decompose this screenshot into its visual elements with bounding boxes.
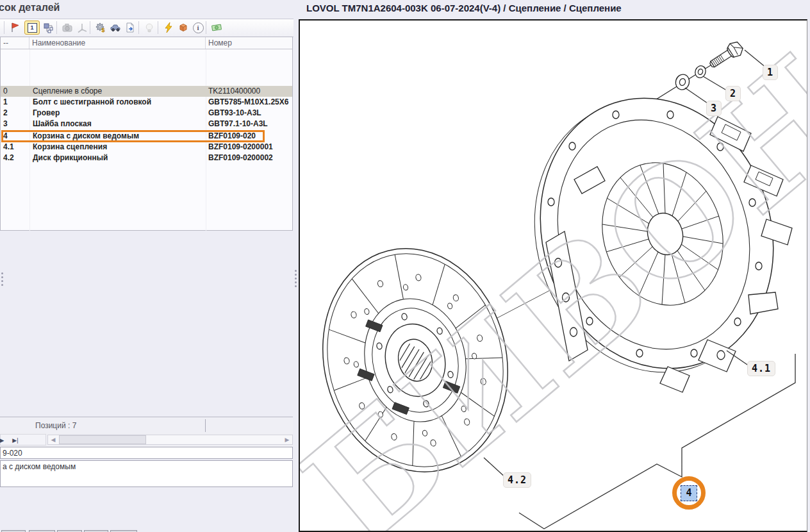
cell-pos: 3 (3, 119, 8, 129)
hierarchy-icon (42, 22, 54, 33)
flag-icon (9, 22, 21, 33)
car-icon (110, 22, 121, 33)
part-number-field[interactable]: 9-020 (0, 447, 293, 459)
toolbar: 1 (0, 19, 293, 37)
document-export-icon (124, 22, 136, 33)
exploded-view-diagram: БИВОН 1 2 3 4.1 4.2 4 (299, 19, 807, 532)
cost-calculation-button[interactable]: $ (94, 21, 108, 35)
toolbar-separator (4, 21, 4, 34)
cell-name: Сцепление в сборе (33, 86, 102, 97)
flag-button[interactable] (8, 21, 22, 35)
price-button[interactable] (210, 21, 224, 35)
callout-1[interactable]: 1 (763, 65, 778, 80)
lightning-icon (163, 22, 174, 33)
toolbar-separator (206, 21, 206, 34)
cell-number: BZF0109-0200002 (208, 153, 273, 163)
page-number-icon: 1 (28, 23, 37, 33)
callout-4-selected-ring[interactable]: 4 (672, 476, 706, 510)
table-row[interactable]: 2 Гровер GBT93-10-A3L (1, 108, 292, 119)
cell-name: Шайба плоская (33, 119, 92, 129)
callout-3[interactable]: 3 (706, 101, 722, 116)
lock-washer-part (693, 64, 707, 79)
last-icon: ▶| (12, 437, 18, 444)
row-highlight-box (1, 130, 265, 142)
hierarchy-button[interactable] (41, 21, 55, 35)
toolbar-separator (56, 21, 57, 34)
cube-icon (178, 22, 189, 33)
info-icon: i (193, 22, 204, 33)
status-bar: Позиций : 7 (0, 417, 293, 434)
cell-number: GBT93-10-A3L (208, 108, 261, 119)
show-position-numbers-button[interactable]: 1 (24, 21, 40, 35)
horizontal-scrollbar[interactable]: ◀ ▶ (47, 435, 293, 445)
info-button[interactable]: i (191, 21, 205, 35)
document-title: LOVOL TM7N1A2604-003K 06-07-2024(V-4) / … (306, 3, 622, 13)
record-navigator: ▶ ▶| ◀ ▶ (0, 433, 293, 447)
table-row[interactable]: 3 Шайба плоская GBT97.1-10-A3L (1, 119, 292, 129)
toolbar-separator (158, 21, 158, 34)
gear-dollar-icon: $ (95, 22, 106, 33)
cell-pos: 1 (3, 97, 8, 108)
status-divider (205, 419, 206, 432)
last-record-button[interactable]: ▶| (9, 435, 22, 445)
hint-button[interactable] (142, 21, 156, 35)
next-record-button[interactable]: ▶ (0, 435, 8, 445)
panel-splitter[interactable] (294, 268, 297, 289)
toolbar-separator (138, 21, 139, 34)
vehicle-button[interactable] (108, 21, 122, 35)
scroll-left-icon: ◀ (51, 436, 56, 443)
table-row[interactable]: 1 Болт с шестигранной головкой GBT5785-M… (1, 97, 292, 108)
svg-text:$: $ (102, 27, 105, 33)
callout-4-2[interactable]: 4.2 (503, 472, 531, 488)
cell-pos: 4.2 (3, 153, 14, 163)
flat-washer-part (674, 73, 691, 92)
callout-4-1[interactable]: 4.1 (747, 361, 775, 376)
table-header: -- Наименование Номер (1, 37, 292, 49)
parts-catalog-app: сок деталей LOVOL TM7N1A2604-003K 06-07-… (0, 0, 810, 532)
column-header-pos[interactable]: -- (1, 37, 29, 49)
column-header-name[interactable]: Наименование (29, 37, 206, 49)
left-panel-title: сок деталей (0, 2, 60, 13)
scroll-right-button[interactable]: ▶ (282, 435, 292, 444)
scroll-left-button[interactable]: ◀ (48, 435, 58, 444)
cell-pos: 2 (3, 108, 8, 119)
axes-button[interactable] (75, 21, 89, 35)
table-row[interactable]: 0 Сцепление в сборе TK2110400000 (1, 86, 292, 97)
camera-button[interactable] (60, 21, 74, 35)
cell-name: Диск фрикционный (33, 153, 108, 163)
cell-name: Корзина сцепления (33, 142, 107, 153)
cell-number: GBT97.1-10-A3L (208, 119, 268, 129)
scrollbar-thumb[interactable] (59, 435, 146, 444)
cell-name: Болт с шестигранной головкой (33, 97, 151, 108)
callout-4-selected[interactable]: 4 (681, 485, 697, 501)
cell-number: GBT5785-M10X1.25X6 (208, 97, 288, 108)
export-document-button[interactable] (123, 21, 137, 35)
left-edge-splitter[interactable] (1, 270, 3, 288)
toolbar-separator (90, 21, 90, 34)
cell-pos: 0 (3, 86, 8, 97)
quick-action-button[interactable] (161, 21, 176, 35)
parts-table: -- Наименование Номер 0 Сцепление в сбор… (0, 37, 293, 231)
navigator-panel: ▶ ▶| (0, 434, 46, 445)
cell-number: BZF0109-0200001 (208, 142, 273, 153)
positions-count: Позиций : 7 (35, 421, 76, 430)
bulb-icon (144, 22, 155, 33)
axes-3d-icon (76, 22, 88, 33)
table-row[interactable]: 4.2 Диск фрикционный BZF0109-0200002 (1, 153, 292, 163)
scroll-right-icon: ▶ (285, 436, 290, 443)
table-row[interactable]: 4.1 Корзина сцепления BZF0109-0200001 (1, 142, 292, 153)
cell-number: TK2110400000 (208, 86, 260, 97)
3d-model-button[interactable] (176, 21, 190, 35)
cell-pos: 4.1 (3, 142, 14, 153)
callout-2[interactable]: 2 (725, 86, 741, 101)
part-name-field[interactable]: а с диском ведомым (0, 460, 293, 487)
camera-icon (62, 22, 73, 33)
money-icon (211, 22, 222, 33)
next-icon: ▶ (0, 437, 4, 444)
column-header-number[interactable]: Номер (206, 37, 292, 49)
cell-name: Гровер (33, 108, 60, 119)
